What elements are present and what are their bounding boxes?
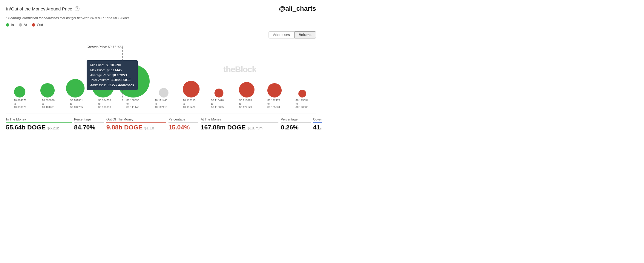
legend-at: At	[19, 23, 27, 27]
x-label-5: $0.111445to$0.112115	[147, 98, 175, 112]
bubble-1	[40, 83, 55, 98]
x-label-3: $0.104735to$0.108090	[91, 98, 119, 112]
x-label-1: $0.098026to$0.101381	[34, 98, 62, 112]
subtitle: * Showing information for addresses that…	[6, 16, 316, 20]
bubble-col-6	[177, 53, 205, 98]
tooltip: Min Price: $0.108090 Max Price: $0.11144…	[87, 60, 138, 90]
addresses-button[interactable]: Addresses	[269, 31, 295, 38]
stat-at-pct: 0.26%	[281, 123, 311, 131]
legend-dot-out	[32, 23, 35, 27]
stat-header-out: Out Of The Money	[106, 117, 166, 123]
bubble-0	[14, 86, 25, 98]
legend-dot-at	[19, 23, 22, 27]
tooltip-max-label: Max Price:	[90, 68, 105, 72]
stat-in-pct: 84.70%	[74, 123, 104, 131]
bubble-col-9	[260, 53, 288, 98]
x-labels: $0.094671to$0.098026$0.098026to$0.101381…	[6, 98, 316, 112]
bubble-7	[214, 89, 223, 98]
tooltip-addr-val: 62.27k Addresses	[108, 83, 134, 87]
stat-header-in: In The Money	[6, 117, 72, 123]
x-label-9: $0.122179to$0.125534	[260, 98, 288, 112]
current-price-label: Current Price: $0.111663	[87, 45, 123, 49]
legend-in: In	[6, 23, 14, 27]
bubble-5	[159, 88, 168, 98]
bubble-col-10	[288, 53, 316, 98]
x-label-10: $0.125534to$0.128889	[288, 98, 316, 112]
volume-button[interactable]: Volume	[295, 31, 316, 38]
title-area: In/Out of the Money Around Price ?	[6, 6, 79, 11]
chart-controls: Addresses Volume	[6, 31, 316, 38]
legend-label-in: In	[11, 23, 14, 27]
legend-out: Out	[32, 23, 43, 27]
x-label-8: $0.118825to$0.122179	[231, 98, 260, 112]
brand-label: @ali_charts	[279, 5, 316, 13]
bubble-col-2	[62, 53, 89, 98]
bubble-9	[267, 83, 282, 98]
tooltip-min-label: Min Price:	[90, 63, 104, 67]
bubble-2	[66, 79, 85, 98]
legend-dot-in	[6, 23, 9, 27]
x-label-6: $0.112115to$0.115470	[175, 98, 203, 112]
bubble-col-5	[150, 53, 177, 98]
stat-header-in-pct: Percentage	[74, 117, 104, 123]
page-header: In/Out of the Money Around Price ? @ali_…	[6, 5, 316, 13]
stat-out-val: 9.88b DOGE $1.1b	[106, 123, 166, 131]
tooltip-min-val: $0.108090	[106, 63, 121, 67]
x-label-2: $0.101381to$0.104735	[62, 98, 91, 112]
help-icon[interactable]: ?	[75, 6, 79, 11]
legend-label-out: Out	[37, 23, 43, 27]
stat-in-val: 55.64b DOGE $6.21b	[6, 123, 72, 131]
bubble-col-8	[233, 53, 261, 98]
page-title: In/Out of the Money Around Price	[6, 6, 72, 11]
x-label-0: $0.094671to$0.098026	[6, 98, 34, 112]
tooltip-vol-label: Total Volume:	[90, 78, 109, 82]
bubble-col-7	[205, 53, 233, 98]
bubble-col-1	[34, 53, 62, 98]
chart-area: Current Price: $0.111663 theBlock $0.094…	[6, 41, 316, 112]
legend: In At Out	[6, 23, 316, 27]
bubble-8	[239, 82, 254, 98]
tooltip-addr-label: Addresses:	[90, 83, 106, 87]
tooltip-avg-val: $0.109221	[113, 73, 128, 77]
stat-header-out-pct: Percentage	[168, 117, 198, 123]
stat-at-val: 167.88m DOGE $18.75m	[201, 123, 278, 131]
tooltip-max-val: $0.111445	[107, 68, 122, 72]
bubbles-row	[6, 53, 316, 98]
stat-header-at: At The Money	[201, 117, 278, 123]
stat-header-row: In The Money Percentage Out Of The Money…	[6, 117, 316, 123]
stat-coverage: 41.82%	[313, 123, 322, 131]
bubble-col-0	[6, 53, 34, 98]
bubble-6	[183, 81, 200, 98]
stat-out-pct: 15.04%	[168, 123, 198, 131]
stat-header-at-pct: Percentage	[281, 117, 311, 123]
stats-row: 55.64b DOGE $6.21b 84.70% 9.88b DOGE $1.…	[6, 123, 316, 131]
tooltip-vol-val: 36.08b DOGE	[111, 78, 131, 82]
legend-label-at: At	[24, 23, 27, 27]
stats-section: In The Money Percentage Out Of The Money…	[6, 114, 316, 131]
bubble-10	[298, 90, 306, 98]
stat-header-coverage: Coverage	[313, 117, 322, 123]
tooltip-avg-label: Average Price:	[90, 73, 111, 77]
x-label-7: $0.115470to$0.118825	[203, 98, 231, 112]
